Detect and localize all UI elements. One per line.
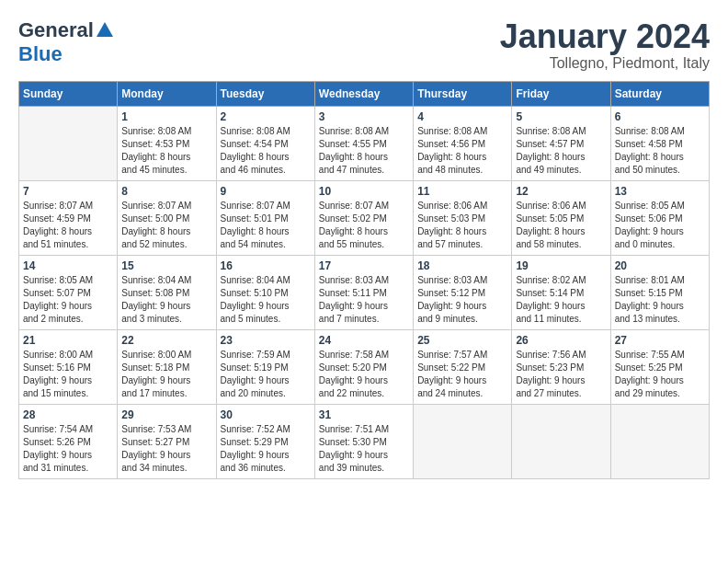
calendar-cell: 3Sunrise: 8:08 AMSunset: 4:55 PMDaylight… [314,106,413,180]
calendar-week-row-1: 1Sunrise: 8:08 AMSunset: 4:53 PMDaylight… [19,106,710,180]
logo: General Blue [18,18,115,66]
day-info: Sunrise: 8:00 AMSunset: 5:16 PMDaylight:… [23,349,113,400]
calendar-cell: 21Sunrise: 8:00 AMSunset: 5:16 PMDayligh… [19,329,118,404]
day-number: 31 [319,408,409,421]
day-info: Sunrise: 7:51 AMSunset: 5:30 PMDaylight:… [319,423,409,475]
day-info: Sunrise: 7:53 AMSunset: 5:27 PMDaylight:… [121,423,211,475]
day-info: Sunrise: 8:08 AMSunset: 4:56 PMDaylight:… [417,125,507,177]
day-info: Sunrise: 8:00 AMSunset: 5:18 PMDaylight:… [121,349,211,400]
day-number: 22 [121,334,211,347]
day-info: Sunrise: 8:04 AMSunset: 5:08 PMDaylight:… [121,274,211,326]
day-number: 6 [615,110,705,123]
title-block: January 2024 Tollegno, Piedmont, Italy [500,18,710,72]
calendar-cell: 17Sunrise: 8:03 AMSunset: 5:11 PMDayligh… [314,255,413,329]
day-info: Sunrise: 8:03 AMSunset: 5:12 PMDaylight:… [417,274,507,326]
calendar-week-row-2: 7Sunrise: 8:07 AMSunset: 4:59 PMDaylight… [19,180,710,255]
calendar-cell: 30Sunrise: 7:52 AMSunset: 5:29 PMDayligh… [216,404,314,478]
calendar-cell: 5Sunrise: 8:08 AMSunset: 4:57 PMDaylight… [512,106,610,180]
day-number: 18 [417,259,507,272]
calendar-cell: 24Sunrise: 7:58 AMSunset: 5:20 PMDayligh… [314,329,413,404]
calendar-cell: 2Sunrise: 8:08 AMSunset: 4:54 PMDaylight… [216,106,314,180]
day-info: Sunrise: 8:07 AMSunset: 5:00 PMDaylight:… [121,200,211,251]
calendar-cell: 12Sunrise: 8:06 AMSunset: 5:05 PMDayligh… [512,180,610,255]
calendar-cell: 15Sunrise: 8:04 AMSunset: 5:08 PMDayligh… [118,255,216,329]
day-number: 15 [121,259,211,272]
weekday-header-monday: Monday [118,81,216,106]
day-number: 19 [516,259,606,272]
weekday-header-row: SundayMondayTuesdayWednesdayThursdayFrid… [19,81,710,106]
day-number: 28 [23,408,113,421]
calendar-cell: 29Sunrise: 7:53 AMSunset: 5:27 PMDayligh… [118,404,216,478]
day-number: 11 [417,185,507,198]
day-number: 9 [221,185,311,198]
day-info: Sunrise: 7:52 AMSunset: 5:29 PMDaylight:… [221,423,311,475]
page-header: General Blue January 2024 Tollegno, Pied… [18,18,710,72]
calendar-cell: 18Sunrise: 8:03 AMSunset: 5:12 PMDayligh… [414,255,512,329]
weekday-header-friday: Friday [512,81,610,106]
day-info: Sunrise: 8:07 AMSunset: 4:59 PMDaylight:… [23,200,113,251]
day-info: Sunrise: 7:59 AMSunset: 5:19 PMDaylight:… [221,349,311,400]
calendar-week-row-4: 21Sunrise: 8:00 AMSunset: 5:16 PMDayligh… [19,329,710,404]
day-number: 1 [121,110,211,123]
calendar-cell: 25Sunrise: 7:57 AMSunset: 5:22 PMDayligh… [414,329,512,404]
day-number: 24 [319,334,409,347]
calendar-table: SundayMondayTuesdayWednesdayThursdayFrid… [18,81,710,479]
day-number: 3 [319,110,409,123]
day-number: 21 [23,334,113,347]
calendar-title: January 2024 [500,18,710,55]
day-info: Sunrise: 8:02 AMSunset: 5:14 PMDaylight:… [516,274,606,326]
day-number: 30 [221,408,311,421]
calendar-cell [414,404,512,478]
calendar-cell: 28Sunrise: 7:54 AMSunset: 5:26 PMDayligh… [19,404,118,478]
day-info: Sunrise: 8:07 AMSunset: 5:02 PMDaylight:… [319,200,409,251]
weekday-header-thursday: Thursday [414,81,512,106]
day-info: Sunrise: 8:08 AMSunset: 4:58 PMDaylight:… [615,125,705,177]
logo-icon [95,20,115,40]
day-number: 4 [417,110,507,123]
day-info: Sunrise: 7:56 AMSunset: 5:23 PMDaylight:… [516,349,606,400]
logo-general-text: General [18,18,94,42]
calendar-cell: 19Sunrise: 8:02 AMSunset: 5:14 PMDayligh… [512,255,610,329]
day-number: 20 [615,259,705,272]
logo-blue-text: Blue [18,42,63,66]
calendar-cell: 20Sunrise: 8:01 AMSunset: 5:15 PMDayligh… [610,255,709,329]
calendar-cell: 10Sunrise: 8:07 AMSunset: 5:02 PMDayligh… [314,180,413,255]
day-number: 10 [319,185,409,198]
calendar-cell: 23Sunrise: 7:59 AMSunset: 5:19 PMDayligh… [216,329,314,404]
day-info: Sunrise: 8:05 AMSunset: 5:07 PMDaylight:… [23,274,113,326]
weekday-header-wednesday: Wednesday [314,81,413,106]
day-info: Sunrise: 8:05 AMSunset: 5:06 PMDaylight:… [615,200,705,251]
day-info: Sunrise: 8:08 AMSunset: 4:57 PMDaylight:… [516,125,606,177]
calendar-cell: 13Sunrise: 8:05 AMSunset: 5:06 PMDayligh… [610,180,709,255]
calendar-cell: 6Sunrise: 8:08 AMSunset: 4:58 PMDaylight… [610,106,709,180]
calendar-cell: 26Sunrise: 7:56 AMSunset: 5:23 PMDayligh… [512,329,610,404]
day-info: Sunrise: 8:06 AMSunset: 5:05 PMDaylight:… [516,200,606,251]
day-number: 26 [516,334,606,347]
calendar-week-row-3: 14Sunrise: 8:05 AMSunset: 5:07 PMDayligh… [19,255,710,329]
day-info: Sunrise: 8:08 AMSunset: 4:55 PMDaylight:… [319,125,409,177]
day-number: 16 [221,259,311,272]
calendar-cell: 8Sunrise: 8:07 AMSunset: 5:00 PMDaylight… [118,180,216,255]
calendar-cell: 4Sunrise: 8:08 AMSunset: 4:56 PMDaylight… [414,106,512,180]
day-number: 7 [23,185,113,198]
calendar-cell: 14Sunrise: 8:05 AMSunset: 5:07 PMDayligh… [19,255,118,329]
day-info: Sunrise: 7:54 AMSunset: 5:26 PMDaylight:… [23,423,113,475]
calendar-location: Tollegno, Piedmont, Italy [500,55,710,72]
day-info: Sunrise: 8:04 AMSunset: 5:10 PMDaylight:… [221,274,311,326]
day-number: 23 [221,334,311,347]
calendar-cell: 9Sunrise: 8:07 AMSunset: 5:01 PMDaylight… [216,180,314,255]
day-number: 29 [121,408,211,421]
day-info: Sunrise: 8:01 AMSunset: 5:15 PMDaylight:… [615,274,705,326]
day-number: 8 [121,185,211,198]
svg-marker-0 [97,22,113,37]
day-info: Sunrise: 8:03 AMSunset: 5:11 PMDaylight:… [319,274,409,326]
calendar-week-row-5: 28Sunrise: 7:54 AMSunset: 5:26 PMDayligh… [19,404,710,478]
weekday-header-saturday: Saturday [610,81,709,106]
day-info: Sunrise: 8:08 AMSunset: 4:53 PMDaylight:… [121,125,211,177]
day-number: 17 [319,259,409,272]
calendar-cell: 31Sunrise: 7:51 AMSunset: 5:30 PMDayligh… [314,404,413,478]
weekday-header-tuesday: Tuesday [216,81,314,106]
calendar-cell: 27Sunrise: 7:55 AMSunset: 5:25 PMDayligh… [610,329,709,404]
day-info: Sunrise: 8:06 AMSunset: 5:03 PMDaylight:… [417,200,507,251]
calendar-cell: 1Sunrise: 8:08 AMSunset: 4:53 PMDaylight… [118,106,216,180]
